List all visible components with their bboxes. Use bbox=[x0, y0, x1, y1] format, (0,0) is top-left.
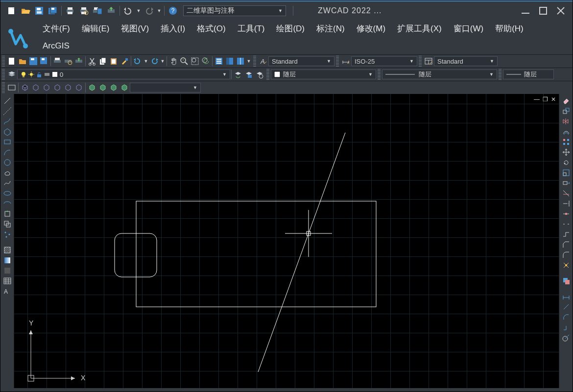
view-back-icon[interactable] bbox=[74, 83, 84, 92]
point-icon[interactable] bbox=[2, 230, 13, 239]
menu-draw[interactable]: 绘图(D) bbox=[270, 21, 310, 36]
menu-view[interactable]: 视图(V) bbox=[115, 21, 155, 36]
fillet-icon[interactable] bbox=[561, 250, 572, 260]
polyline-icon[interactable] bbox=[2, 116, 13, 126]
undo-dropdown-icon[interactable]: ▼ bbox=[136, 5, 142, 16]
match-prop-icon[interactable] bbox=[119, 56, 129, 66]
undo-icon[interactable] bbox=[122, 5, 135, 16]
view-se-iso-icon[interactable] bbox=[98, 83, 108, 92]
menu-modify[interactable]: 修改(M) bbox=[351, 21, 391, 36]
view-nw-iso-icon[interactable] bbox=[119, 83, 129, 92]
visual-style-dropdown[interactable]: ▼ bbox=[130, 83, 201, 92]
menu-insert[interactable]: 插入(I) bbox=[155, 21, 191, 36]
scale-icon[interactable] bbox=[561, 168, 572, 178]
text-style-dropdown[interactable]: Standard▼ bbox=[268, 56, 334, 66]
lineweight-dropdown[interactable]: 随层 bbox=[503, 69, 554, 79]
print-icon[interactable] bbox=[52, 56, 62, 66]
menu-edit[interactable]: 编辑(E) bbox=[76, 21, 116, 36]
view-right-icon[interactable] bbox=[52, 83, 62, 92]
construction-line-icon[interactable] bbox=[2, 106, 13, 116]
zoom-realtime-icon[interactable]: + bbox=[179, 56, 189, 66]
table-icon[interactable] bbox=[2, 276, 13, 286]
text-style-icon[interactable]: A bbox=[258, 56, 268, 66]
dim-radius-icon[interactable] bbox=[561, 333, 572, 343]
revcloud-icon[interactable] bbox=[2, 168, 13, 178]
extend-icon[interactable] bbox=[561, 199, 572, 208]
new-icon[interactable] bbox=[5, 5, 18, 16]
draworder-icon[interactable] bbox=[561, 276, 572, 286]
polygon-icon[interactable] bbox=[2, 127, 13, 137]
drawing-canvas[interactable]: — ❐ ✕ X Y bbox=[14, 94, 559, 388]
dim-style-icon[interactable] bbox=[341, 56, 351, 66]
break-point-icon[interactable] bbox=[561, 209, 572, 219]
zoom-previous-icon[interactable] bbox=[201, 56, 211, 66]
print-icon[interactable] bbox=[64, 5, 76, 16]
layer-state-icon[interactable] bbox=[244, 69, 254, 79]
spline-icon[interactable] bbox=[2, 178, 13, 188]
ellipse-icon[interactable] bbox=[2, 188, 13, 198]
move-icon[interactable] bbox=[561, 147, 572, 157]
app-logo[interactable] bbox=[0, 20, 37, 54]
named-views-icon[interactable] bbox=[7, 83, 17, 92]
stretch-icon[interactable] bbox=[561, 178, 572, 188]
paste-icon[interactable] bbox=[109, 56, 119, 66]
hatch-icon[interactable] bbox=[2, 245, 13, 255]
menu-dim[interactable]: 标注(N) bbox=[310, 21, 351, 36]
ellipse-arc-icon[interactable] bbox=[2, 199, 13, 208]
pan-icon[interactable] bbox=[168, 56, 178, 66]
tool-palettes-icon[interactable] bbox=[236, 56, 245, 66]
view-ne-iso-icon[interactable] bbox=[109, 83, 119, 92]
view-front-icon[interactable] bbox=[63, 83, 73, 92]
layer-manager-icon[interactable] bbox=[7, 69, 17, 79]
dim-style-dropdown[interactable]: ISO-25▼ bbox=[351, 56, 417, 66]
arc-icon[interactable] bbox=[2, 147, 13, 157]
table-style-dropdown[interactable]: Standard▼ bbox=[434, 56, 498, 66]
view-sw-iso-icon[interactable] bbox=[87, 83, 97, 92]
cut-icon[interactable] bbox=[87, 56, 97, 66]
rotate-icon[interactable] bbox=[561, 158, 572, 167]
layer-dropdown[interactable]: 0 ▼ bbox=[17, 69, 230, 79]
chamfer-icon[interactable] bbox=[561, 240, 572, 250]
erase-icon[interactable] bbox=[561, 96, 572, 106]
redo-dd-icon[interactable]: ▼ bbox=[160, 56, 165, 66]
mtext-icon[interactable]: A bbox=[2, 286, 13, 296]
menu-tools[interactable]: 工具(T) bbox=[232, 21, 271, 36]
open-icon[interactable] bbox=[18, 56, 27, 66]
undo-dd-icon[interactable]: ▼ bbox=[143, 56, 148, 66]
close-button[interactable] bbox=[557, 7, 565, 15]
break-icon[interactable] bbox=[561, 219, 572, 229]
region-icon[interactable] bbox=[2, 266, 13, 276]
properties-icon[interactable] bbox=[214, 56, 224, 66]
view-top-icon[interactable] bbox=[20, 83, 30, 92]
offset-icon[interactable] bbox=[561, 127, 572, 137]
menu-ext[interactable]: 扩展工具(X) bbox=[391, 21, 448, 36]
menu-window[interactable]: 窗口(W) bbox=[448, 21, 489, 36]
trim-icon[interactable] bbox=[561, 188, 572, 198]
help-icon[interactable]: ? bbox=[167, 5, 179, 16]
make-block-icon[interactable] bbox=[2, 219, 13, 229]
mdi-minimize-icon[interactable]: — bbox=[534, 96, 540, 103]
circle-icon[interactable] bbox=[2, 158, 13, 167]
layer-previous-icon[interactable] bbox=[233, 69, 243, 79]
save-icon[interactable] bbox=[28, 56, 38, 66]
view-left-icon[interactable] bbox=[42, 83, 51, 92]
batch-print-icon[interactable] bbox=[91, 5, 104, 16]
redo-icon[interactable] bbox=[143, 5, 155, 16]
zoom-window-icon[interactable] bbox=[190, 56, 200, 66]
linetype-dropdown[interactable]: 随层 ▼ bbox=[382, 69, 497, 79]
mdi-restore-icon[interactable]: ❐ bbox=[543, 96, 548, 103]
publish-icon[interactable] bbox=[105, 5, 118, 16]
menu-file[interactable]: 文件(F) bbox=[37, 21, 76, 36]
explode-icon[interactable] bbox=[561, 260, 572, 270]
design-center-icon[interactable] bbox=[225, 56, 235, 66]
print-preview-icon[interactable] bbox=[63, 56, 73, 66]
open-icon[interactable] bbox=[19, 5, 32, 16]
join-icon[interactable] bbox=[561, 230, 572, 239]
view-bottom-icon[interactable] bbox=[31, 83, 41, 92]
copy-obj-icon[interactable] bbox=[561, 106, 572, 116]
table-style-icon[interactable] bbox=[424, 56, 433, 66]
mirror-icon[interactable] bbox=[561, 116, 572, 126]
publish-icon[interactable] bbox=[74, 56, 84, 66]
workspace-dropdown[interactable]: 二维草图与注释 ▼ bbox=[183, 5, 286, 16]
insert-block-icon[interactable] bbox=[2, 209, 13, 219]
